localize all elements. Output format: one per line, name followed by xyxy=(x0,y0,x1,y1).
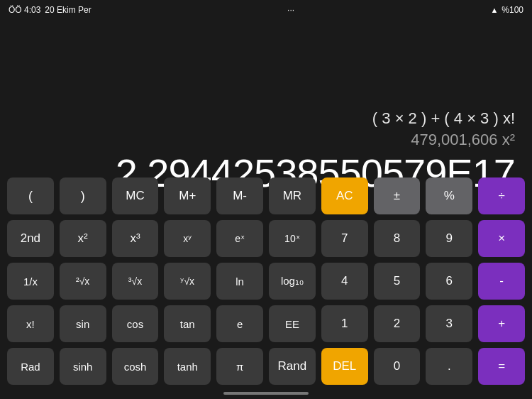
btn-r2-c3[interactable]: x³ xyxy=(112,220,159,257)
btn-r3-c3[interactable]: ³√x xyxy=(112,263,159,300)
btn-r1-c5[interactable]: M- xyxy=(216,177,263,214)
btn-r3-c2[interactable]: ²√x xyxy=(60,263,106,300)
btn-r3-c9[interactable]: 6 xyxy=(426,263,472,300)
btn-r3-c1[interactable]: 1/x xyxy=(7,263,54,300)
btn-r4-c1[interactable]: x! xyxy=(7,305,54,342)
btn-r4-c5[interactable]: e xyxy=(216,305,263,342)
btn-r5-c6[interactable]: Rand xyxy=(269,348,316,385)
btn-r4-c10[interactable]: + xyxy=(478,305,525,342)
btn-r1-c7[interactable]: AC xyxy=(321,177,368,214)
btn-r1-c10[interactable]: ÷ xyxy=(478,177,525,214)
btn-r3-c8[interactable]: 5 xyxy=(374,263,421,300)
btn-r5-c4[interactable]: tanh xyxy=(164,348,211,385)
display: ( 3 × 2 ) + ( 4 × 3 ) x! 479,001,606 x² … xyxy=(0,20,532,203)
btn-r2-c2[interactable]: x² xyxy=(60,220,106,257)
btn-r4-c6[interactable]: EE xyxy=(269,305,316,342)
btn-r1-c4[interactable]: M+ xyxy=(164,177,211,214)
btn-r2-c4[interactable]: xʸ xyxy=(164,220,211,257)
btn-r1-c6[interactable]: MR xyxy=(269,177,316,214)
btn-r5-c1[interactable]: Rad xyxy=(7,348,54,385)
battery-label: %100 xyxy=(501,5,523,15)
btn-r4-c7[interactable]: 1 xyxy=(321,305,368,342)
date: 20 Ekim Per xyxy=(45,5,91,15)
btn-r3-c5[interactable]: ln xyxy=(216,263,263,300)
btn-r3-c4[interactable]: ʸ√x xyxy=(164,263,211,300)
btn-r5-c5[interactable]: π xyxy=(216,348,263,385)
btn-r5-c9[interactable]: . xyxy=(426,348,472,385)
status-center: ··· xyxy=(287,5,294,15)
home-indicator xyxy=(223,392,309,395)
btn-r5-c3[interactable]: cosh xyxy=(112,348,159,385)
expression-line: ( 3 × 2 ) + ( 4 × 3 ) x! xyxy=(372,109,515,128)
wifi-icon: ▲ xyxy=(490,6,498,14)
btn-r1-c1[interactable]: ( xyxy=(7,177,54,214)
btn-r1-c2[interactable]: ) xyxy=(60,177,106,214)
dots-menu: ··· xyxy=(287,5,294,15)
secondary-line: 479,001,606 x² xyxy=(411,131,515,149)
btn-r4-c9[interactable]: 3 xyxy=(426,305,472,342)
btn-r2-c6[interactable]: 10ˣ xyxy=(269,220,316,257)
btn-r1-c3[interactable]: MC xyxy=(112,177,159,214)
btn-r2-c10[interactable]: × xyxy=(478,220,525,257)
btn-r2-c5[interactable]: eˣ xyxy=(216,220,263,257)
btn-r2-c9[interactable]: 9 xyxy=(426,220,472,257)
btn-r3-c6[interactable]: log₁₀ xyxy=(269,263,316,300)
btn-r2-c7[interactable]: 7 xyxy=(321,220,368,257)
btn-r2-c1[interactable]: 2nd xyxy=(7,220,54,257)
time: ÖÖ 4:03 xyxy=(9,5,40,15)
btn-r1-c8[interactable]: ± xyxy=(374,177,421,214)
btn-r5-c7[interactable]: DEL xyxy=(321,348,368,385)
btn-r2-c8[interactable]: 8 xyxy=(374,220,421,257)
btn-r4-c4[interactable]: tan xyxy=(164,305,211,342)
btn-r3-c10[interactable]: - xyxy=(478,263,525,300)
btn-r1-c9[interactable]: % xyxy=(426,177,472,214)
btn-r5-c2[interactable]: sinh xyxy=(60,348,106,385)
btn-r4-c8[interactable]: 2 xyxy=(374,305,421,342)
status-right: ▲ %100 xyxy=(490,5,523,15)
status-bar: ÖÖ 4:03 20 Ekim Per ··· ▲ %100 xyxy=(0,0,532,20)
btn-r4-c3[interactable]: cos xyxy=(112,305,159,342)
status-left: ÖÖ 4:03 20 Ekim Per xyxy=(9,5,92,15)
btn-r3-c7[interactable]: 4 xyxy=(321,263,368,300)
btn-r5-c8[interactable]: 0 xyxy=(374,348,421,385)
btn-r5-c10[interactable]: = xyxy=(478,348,525,385)
calculator-grid: ()MCM+M-MRAC±%÷2ndx²x³xʸeˣ10ˣ789×1/x²√x³… xyxy=(0,177,532,385)
btn-r4-c2[interactable]: sin xyxy=(60,305,106,342)
